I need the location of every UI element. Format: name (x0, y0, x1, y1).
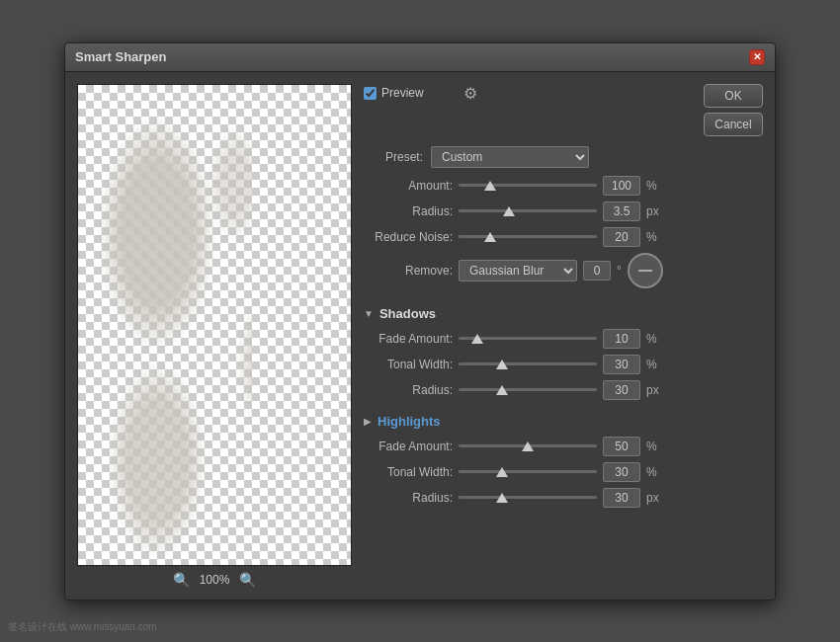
shadows-tonal-row: Tonal Width: % (364, 355, 763, 374)
remove-row: Remove: Gaussian Blur Lens Blur Motion B… (364, 253, 763, 288)
highlights-radius-value[interactable] (603, 488, 640, 508)
highlights-title: Highlights (378, 414, 441, 429)
highlights-radius-slider[interactable] (459, 496, 597, 499)
shadows-section-header[interactable]: ▼ Shadows (364, 306, 763, 321)
amount-row: Amount: % (364, 176, 763, 196)
amount-slider[interactable] (459, 184, 597, 187)
radius-label: Radius: (364, 204, 453, 218)
highlights-fade-value[interactable] (603, 437, 640, 456)
zoom-bar: 🔍 100% 🔍 (173, 572, 257, 588)
preview-checkbox[interactable] (364, 87, 377, 100)
highlights-tonal-slider[interactable] (459, 470, 597, 473)
ok-cancel-buttons: OK Cancel (704, 84, 763, 136)
radius-slider[interactable] (459, 209, 597, 212)
preset-select[interactable]: Custom Default (431, 146, 589, 168)
zoom-out-icon[interactable]: 🔍 (173, 572, 190, 588)
remove-select[interactable]: Gaussian Blur Lens Blur Motion Blur (459, 260, 577, 281)
preview-checkbox-row: Preview (364, 86, 424, 100)
highlights-fade-row: Fade Amount: % (364, 437, 763, 456)
smart-sharpen-dialog: Smart Sharpen ✕ 🔍 100% 🔍 Pr (64, 42, 776, 601)
gear-button[interactable]: ⚙ (463, 84, 477, 103)
shadows-tonal-slider[interactable] (459, 362, 597, 365)
top-row: Preview ⚙ OK Cancel (364, 84, 763, 136)
shadows-radius-slider[interactable] (459, 388, 597, 391)
watermark: 签名设计在线 www.missyuan.com (8, 620, 157, 634)
shadows-fade-row: Fade Amount: % (364, 329, 763, 349)
highlights-fade-unit: % (646, 440, 660, 453)
highlights-tonal-label: Tonal Width: (364, 465, 453, 479)
radius-value[interactable] (603, 201, 640, 221)
shadows-title: Shadows (379, 306, 436, 321)
shadows-tonal-unit: % (646, 358, 660, 371)
preview-transparent-area (252, 85, 351, 565)
dialog-body: 🔍 100% 🔍 Preview ⚙ OK Cancel (65, 72, 775, 600)
reduce-noise-unit: % (646, 230, 660, 244)
angle-input[interactable] (583, 261, 611, 281)
shadows-fade-slider[interactable] (459, 337, 597, 340)
angle-wheel[interactable] (628, 253, 663, 288)
angle-line (638, 270, 652, 272)
highlights-arrow-icon: ▶ (364, 416, 372, 427)
shadows-fade-label: Fade Amount: (364, 332, 453, 346)
preset-row: Preset: Custom Default (364, 146, 763, 168)
preset-label: Preset: (364, 150, 423, 164)
shadows-tonal-label: Tonal Width: (364, 358, 453, 371)
highlights-radius-label: Radius: (364, 491, 453, 505)
shadows-radius-label: Radius: (364, 383, 453, 397)
shadows-radius-row: Radius: px (364, 380, 763, 400)
preview-image (77, 84, 352, 566)
close-button[interactable]: ✕ (749, 49, 765, 65)
reduce-noise-row: Reduce Noise: % (364, 227, 763, 247)
shadows-radius-value[interactable] (603, 380, 640, 400)
reduce-noise-slider[interactable] (459, 235, 597, 238)
highlights-radius-row: Radius: px (364, 488, 763, 508)
highlights-tonal-unit: % (646, 465, 660, 479)
highlights-radius-unit: px (646, 491, 660, 505)
zoom-level: 100% (200, 573, 230, 587)
angle-degree: ° (617, 264, 622, 278)
dialog-title: Smart Sharpen (75, 49, 166, 64)
amount-unit: % (646, 179, 660, 193)
reduce-noise-label: Reduce Noise: (364, 230, 453, 244)
highlights-fade-slider[interactable] (459, 444, 597, 447)
highlights-section-header[interactable]: ▶ Highlights (364, 414, 763, 429)
controls-panel: Preview ⚙ OK Cancel Preset: Custom Defau… (364, 84, 763, 588)
shadows-tonal-value[interactable] (603, 355, 640, 374)
remove-label: Remove: (364, 264, 453, 278)
amount-value[interactable] (603, 176, 640, 196)
shadows-radius-unit: px (646, 383, 660, 397)
preview-panel: 🔍 100% 🔍 (77, 84, 352, 588)
amount-label: Amount: (364, 179, 453, 193)
ok-button[interactable]: OK (704, 84, 763, 108)
title-bar: Smart Sharpen ✕ (65, 43, 775, 72)
shadows-arrow-icon: ▼ (364, 308, 374, 319)
highlights-fade-label: Fade Amount: (364, 440, 453, 453)
zoom-in-icon[interactable]: 🔍 (239, 572, 256, 588)
radius-row: Radius: px (364, 201, 763, 221)
shadows-fade-value[interactable] (603, 329, 640, 349)
cancel-button[interactable]: Cancel (704, 113, 763, 136)
shadows-fade-unit: % (646, 332, 660, 346)
preview-label: Preview (381, 86, 424, 100)
highlights-tonal-value[interactable] (603, 462, 640, 482)
radius-unit: px (646, 204, 660, 218)
reduce-noise-value[interactable] (603, 227, 640, 247)
highlights-tonal-row: Tonal Width: % (364, 462, 763, 482)
